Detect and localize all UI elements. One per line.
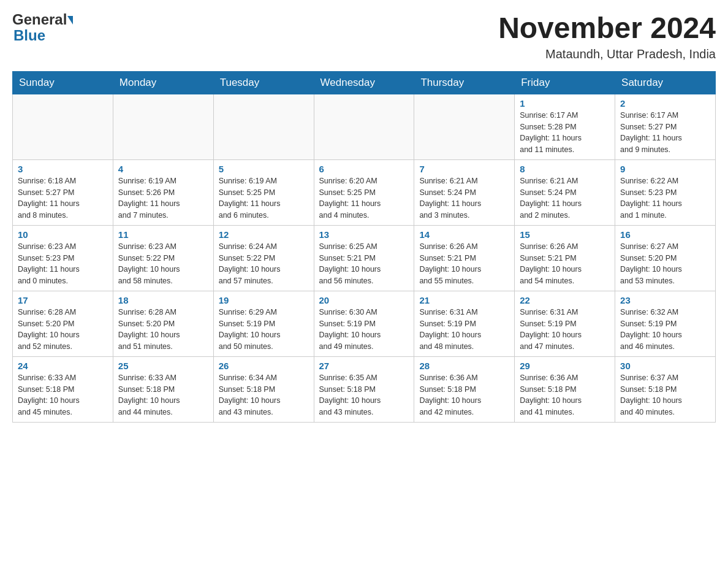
day-info: Sunrise: 6:27 AM Sunset: 5:20 PM Dayligh… <box>620 241 710 287</box>
calendar-cell: 5Sunrise: 6:19 AM Sunset: 5:25 PM Daylig… <box>213 159 314 225</box>
day-info: Sunrise: 6:31 AM Sunset: 5:19 PM Dayligh… <box>520 307 610 353</box>
day-number: 7 <box>419 164 509 174</box>
day-info: Sunrise: 6:22 AM Sunset: 5:23 PM Dayligh… <box>620 175 710 221</box>
day-number: 2 <box>620 98 710 109</box>
calendar-cell: 14Sunrise: 6:26 AM Sunset: 5:21 PM Dayli… <box>414 225 515 291</box>
day-number: 20 <box>319 295 409 305</box>
month-title: November 2024 <box>498 12 716 45</box>
logo-general-text: General <box>12 12 67 27</box>
day-number: 11 <box>118 229 208 240</box>
day-number: 23 <box>620 295 710 305</box>
calendar-cell: 15Sunrise: 6:26 AM Sunset: 5:21 PM Dayli… <box>515 225 615 291</box>
calendar-cell <box>113 94 213 159</box>
day-info: Sunrise: 6:23 AM Sunset: 5:23 PM Dayligh… <box>18 241 108 287</box>
day-number: 25 <box>118 361 208 371</box>
column-header-monday: Monday <box>113 71 213 94</box>
day-number: 18 <box>118 295 208 305</box>
day-info: Sunrise: 6:26 AM Sunset: 5:21 PM Dayligh… <box>520 241 610 287</box>
day-number: 16 <box>620 229 710 240</box>
calendar-cell: 24Sunrise: 6:33 AM Sunset: 5:18 PM Dayli… <box>13 356 113 422</box>
column-header-friday: Friday <box>515 71 615 94</box>
day-info: Sunrise: 6:37 AM Sunset: 5:18 PM Dayligh… <box>620 372 710 418</box>
day-number: 24 <box>18 361 108 371</box>
calendar-cell: 21Sunrise: 6:31 AM Sunset: 5:19 PM Dayli… <box>414 291 515 356</box>
calendar-cell: 8Sunrise: 6:21 AM Sunset: 5:24 PM Daylig… <box>515 159 615 225</box>
day-info: Sunrise: 6:19 AM Sunset: 5:25 PM Dayligh… <box>219 175 309 221</box>
day-number: 9 <box>620 164 710 174</box>
day-number: 4 <box>118 164 208 174</box>
day-number: 8 <box>520 164 610 174</box>
day-number: 5 <box>219 164 309 174</box>
day-info: Sunrise: 6:20 AM Sunset: 5:25 PM Dayligh… <box>319 175 409 221</box>
day-info: Sunrise: 6:36 AM Sunset: 5:18 PM Dayligh… <box>520 372 610 418</box>
calendar-cell: 28Sunrise: 6:36 AM Sunset: 5:18 PM Dayli… <box>414 356 515 422</box>
day-number: 17 <box>18 295 108 305</box>
calendar-cell: 19Sunrise: 6:29 AM Sunset: 5:19 PM Dayli… <box>213 291 314 356</box>
day-info: Sunrise: 6:21 AM Sunset: 5:24 PM Dayligh… <box>520 175 610 221</box>
day-info: Sunrise: 6:19 AM Sunset: 5:26 PM Dayligh… <box>118 175 208 221</box>
day-number: 3 <box>18 164 108 174</box>
location-subtitle: Mataundh, Uttar Pradesh, India <box>498 47 716 61</box>
day-info: Sunrise: 6:17 AM Sunset: 5:27 PM Dayligh… <box>620 110 710 156</box>
calendar-cell: 13Sunrise: 6:25 AM Sunset: 5:21 PM Dayli… <box>314 225 414 291</box>
logo: General Blue <box>12 12 73 44</box>
calendar-week-row: 3Sunrise: 6:18 AM Sunset: 5:27 PM Daylig… <box>13 159 716 225</box>
day-number: 6 <box>319 164 409 174</box>
day-info: Sunrise: 6:36 AM Sunset: 5:18 PM Dayligh… <box>419 372 509 418</box>
calendar-cell: 12Sunrise: 6:24 AM Sunset: 5:22 PM Dayli… <box>213 225 314 291</box>
day-number: 27 <box>319 361 409 371</box>
calendar-cell: 30Sunrise: 6:37 AM Sunset: 5:18 PM Dayli… <box>615 356 716 422</box>
day-info: Sunrise: 6:33 AM Sunset: 5:18 PM Dayligh… <box>18 372 108 418</box>
calendar-header-row: SundayMondayTuesdayWednesdayThursdayFrid… <box>13 71 716 94</box>
day-info: Sunrise: 6:33 AM Sunset: 5:18 PM Dayligh… <box>118 372 208 418</box>
day-number: 19 <box>219 295 309 305</box>
calendar-week-row: 24Sunrise: 6:33 AM Sunset: 5:18 PM Dayli… <box>13 356 716 422</box>
calendar-cell: 16Sunrise: 6:27 AM Sunset: 5:20 PM Dayli… <box>615 225 716 291</box>
day-info: Sunrise: 6:28 AM Sunset: 5:20 PM Dayligh… <box>118 307 208 353</box>
day-info: Sunrise: 6:34 AM Sunset: 5:18 PM Dayligh… <box>219 372 309 418</box>
day-info: Sunrise: 6:18 AM Sunset: 5:27 PM Dayligh… <box>18 175 108 221</box>
day-info: Sunrise: 6:35 AM Sunset: 5:18 PM Dayligh… <box>319 372 409 418</box>
day-number: 21 <box>419 295 509 305</box>
calendar-cell <box>213 94 314 159</box>
day-info: Sunrise: 6:31 AM Sunset: 5:19 PM Dayligh… <box>419 307 509 353</box>
page-header: General Blue November 2024 Mataundh, Utt… <box>12 12 716 61</box>
calendar-cell: 23Sunrise: 6:32 AM Sunset: 5:19 PM Dayli… <box>615 291 716 356</box>
logo-arrow-icon <box>67 16 73 25</box>
calendar-cell: 22Sunrise: 6:31 AM Sunset: 5:19 PM Dayli… <box>515 291 615 356</box>
day-info: Sunrise: 6:28 AM Sunset: 5:20 PM Dayligh… <box>18 307 108 353</box>
title-area: November 2024 Mataundh, Uttar Pradesh, I… <box>498 12 716 61</box>
calendar-cell: 7Sunrise: 6:21 AM Sunset: 5:24 PM Daylig… <box>414 159 515 225</box>
column-header-saturday: Saturday <box>615 71 716 94</box>
day-number: 12 <box>219 229 309 240</box>
day-info: Sunrise: 6:29 AM Sunset: 5:19 PM Dayligh… <box>219 307 309 353</box>
day-number: 14 <box>419 229 509 240</box>
day-number: 28 <box>419 361 509 371</box>
calendar-cell: 1Sunrise: 6:17 AM Sunset: 5:28 PM Daylig… <box>515 94 615 159</box>
calendar-cell: 20Sunrise: 6:30 AM Sunset: 5:19 PM Dayli… <box>314 291 414 356</box>
calendar-week-row: 17Sunrise: 6:28 AM Sunset: 5:20 PM Dayli… <box>13 291 716 356</box>
column-header-wednesday: Wednesday <box>314 71 414 94</box>
day-info: Sunrise: 6:24 AM Sunset: 5:22 PM Dayligh… <box>219 241 309 287</box>
calendar-cell: 3Sunrise: 6:18 AM Sunset: 5:27 PM Daylig… <box>13 159 113 225</box>
calendar-cell: 9Sunrise: 6:22 AM Sunset: 5:23 PM Daylig… <box>615 159 716 225</box>
calendar-cell: 17Sunrise: 6:28 AM Sunset: 5:20 PM Dayli… <box>13 291 113 356</box>
calendar-cell: 29Sunrise: 6:36 AM Sunset: 5:18 PM Dayli… <box>515 356 615 422</box>
column-header-tuesday: Tuesday <box>213 71 314 94</box>
day-number: 10 <box>18 229 108 240</box>
column-header-sunday: Sunday <box>13 71 113 94</box>
day-number: 1 <box>520 98 610 109</box>
calendar-cell <box>414 94 515 159</box>
calendar-cell: 26Sunrise: 6:34 AM Sunset: 5:18 PM Dayli… <box>213 356 314 422</box>
calendar-cell: 2Sunrise: 6:17 AM Sunset: 5:27 PM Daylig… <box>615 94 716 159</box>
calendar-cell: 6Sunrise: 6:20 AM Sunset: 5:25 PM Daylig… <box>314 159 414 225</box>
day-info: Sunrise: 6:23 AM Sunset: 5:22 PM Dayligh… <box>118 241 208 287</box>
day-info: Sunrise: 6:17 AM Sunset: 5:28 PM Dayligh… <box>520 110 610 156</box>
day-info: Sunrise: 6:21 AM Sunset: 5:24 PM Dayligh… <box>419 175 509 221</box>
day-number: 13 <box>319 229 409 240</box>
calendar-cell: 27Sunrise: 6:35 AM Sunset: 5:18 PM Dayli… <box>314 356 414 422</box>
day-number: 26 <box>219 361 309 371</box>
day-info: Sunrise: 6:32 AM Sunset: 5:19 PM Dayligh… <box>620 307 710 353</box>
calendar-table: SundayMondayTuesdayWednesdayThursdayFrid… <box>12 71 716 423</box>
day-info: Sunrise: 6:30 AM Sunset: 5:19 PM Dayligh… <box>319 307 409 353</box>
